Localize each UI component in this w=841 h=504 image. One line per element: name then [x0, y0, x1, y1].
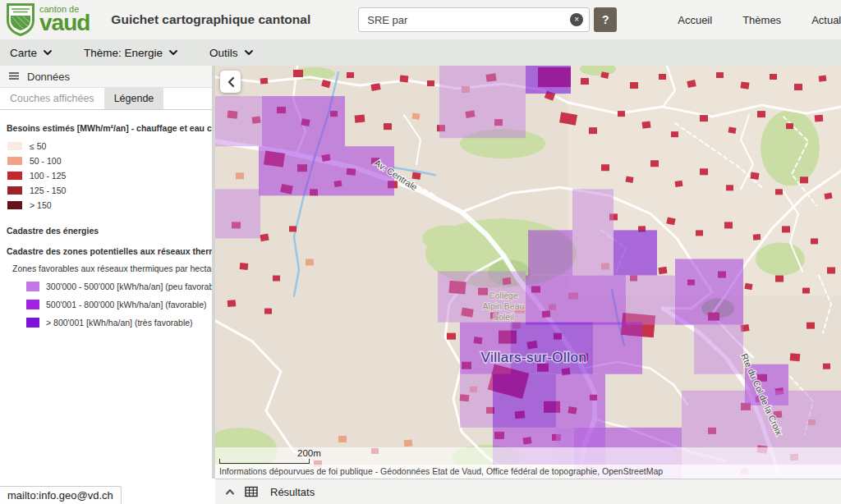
- scale-ruler: [219, 459, 310, 464]
- app-window: canton de vaud Guichet cartographique ca…: [0, 0, 841, 504]
- school-label-line3: Soleil: [493, 312, 514, 322]
- scale-label: 200m: [297, 448, 321, 458]
- menu-theme-label: Thème: Energie: [84, 47, 163, 59]
- map-canvas[interactable]: Av. Centrale Collège Alpin Beau Soleil V…: [215, 66, 841, 479]
- map-footer: 200m Informations dépourvues de foi publ…: [215, 447, 841, 479]
- logo-vaud: vaud: [39, 11, 90, 34]
- tab-legende[interactable]: Légende: [104, 88, 164, 109]
- school-label-line2: Alpin Beau: [483, 301, 525, 311]
- legend-subtitle-zones: Zones favorables aux réseaux thermiques …: [12, 263, 212, 273]
- bottom-row: Résultats: [0, 479, 841, 504]
- results-bar[interactable]: Résultats: [215, 479, 841, 504]
- donnees-panel-header[interactable]: Données: [0, 66, 212, 88]
- swatch: [7, 201, 22, 209]
- link-preview-statusbar: mailto:info.geo@vd.ch: [0, 486, 122, 504]
- legend-panel: Besoins estimés [MWh/m²/an] - chauffage …: [0, 110, 212, 332]
- results-table-icon: [245, 486, 258, 497]
- app-header: canton de vaud Guichet cartographique ca…: [0, 0, 841, 39]
- nav-actualites[interactable]: Actualité: [811, 14, 841, 26]
- legend-item: > 150: [7, 198, 212, 213]
- legend-item: 500'001 - 800'000 [kWh/ha/an] (favorable…: [7, 296, 212, 314]
- chevron-down-icon: [43, 49, 53, 56]
- menubar: Carte Thème: Energie Outils: [0, 39, 841, 66]
- legend-item: 50 - 100: [7, 153, 212, 168]
- legend-title-besoins: Besoins estimés [MWh/m²/an] - chauffage …: [7, 123, 212, 133]
- swatch: [7, 157, 22, 165]
- search-input[interactable]: [358, 7, 590, 32]
- chevron-up-icon[interactable]: [225, 488, 235, 495]
- swatch: [7, 172, 22, 180]
- search-help-button[interactable]: ?: [594, 7, 617, 32]
- top-navigation: Accueil Thèmes Actualité: [678, 14, 841, 26]
- search-area: ×: [358, 7, 590, 32]
- school-label-line1: Collège: [489, 291, 518, 300]
- vaud-logo[interactable]: canton de vaud: [7, 3, 90, 36]
- panel-title: Données: [27, 71, 70, 83]
- collapse-sidebar-button[interactable]: [220, 71, 241, 93]
- nav-themes[interactable]: Thèmes: [742, 14, 781, 26]
- legend-item: 125 - 150: [7, 183, 212, 198]
- sidebar-tabs: Couches affichées Légende: [0, 88, 212, 110]
- town-label-villars: Villars-sur-Ollon: [481, 350, 587, 365]
- swatch: [7, 186, 22, 195]
- legend-title-cadastre: Cadastre des énergies: [7, 226, 212, 236]
- scale-bar: 200m: [215, 447, 841, 465]
- legend-item: 300'000 - 500'000 [kWh/ha/an] (peu favor…: [7, 277, 212, 296]
- menu-theme-energie[interactable]: Thème: Energie: [84, 47, 178, 59]
- map-attribution: Informations dépourvues de foi publique …: [215, 465, 841, 479]
- map-panel: Av. Centrale Collège Alpin Beau Soleil V…: [215, 66, 841, 479]
- tab-couches-affichees[interactable]: Couches affichées: [0, 88, 104, 109]
- nav-accueil[interactable]: Accueil: [678, 14, 712, 26]
- page-title: Guichet cartographique cantonal: [111, 12, 310, 27]
- menu-outils[interactable]: Outils: [209, 47, 254, 59]
- legend-item: > 800'001 [kWh/ha/an] (très favorable): [7, 314, 212, 332]
- swatch: [26, 282, 39, 291]
- chevron-left-icon: [227, 76, 235, 88]
- legend-item: 100 - 125: [7, 168, 212, 183]
- layers-list-icon: [8, 71, 20, 81]
- chevron-down-icon: [168, 49, 178, 56]
- menu-outils-label: Outils: [209, 47, 238, 59]
- vaud-shield-icon: [7, 3, 34, 36]
- swatch: [26, 318, 39, 328]
- menu-carte-label: Carte: [10, 47, 37, 59]
- results-label: Résultats: [270, 486, 315, 498]
- menu-carte[interactable]: Carte: [10, 47, 53, 59]
- swatch: [7, 142, 22, 150]
- legend-title-zones: Cadastre des zones potentielles aux rése…: [7, 246, 212, 256]
- sidebar: Données Couches affichées Légende Besoin…: [0, 66, 215, 479]
- legend-item: ≤ 50: [7, 139, 212, 153]
- swatch: [26, 300, 39, 309]
- chevron-down-icon: [244, 49, 254, 56]
